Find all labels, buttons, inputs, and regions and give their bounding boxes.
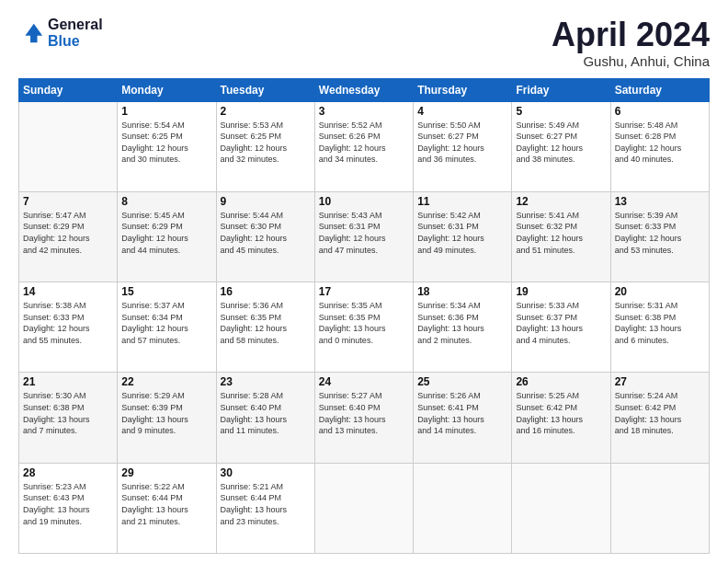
day-info: Sunrise: 5:47 AM Sunset: 6:29 PM Dayligh… <box>23 210 113 256</box>
title-block: April 2024 Gushu, Anhui, China <box>552 17 710 69</box>
day-info: Sunrise: 5:30 AM Sunset: 6:38 PM Dayligh… <box>23 390 113 436</box>
day-info: Sunrise: 5:36 AM Sunset: 6:35 PM Dayligh… <box>221 300 311 346</box>
day-number: 21 <box>23 375 113 388</box>
day-info: Sunrise: 5:23 AM Sunset: 6:43 PM Dayligh… <box>23 481 113 527</box>
calendar-week-5: 28Sunrise: 5:23 AM Sunset: 6:43 PM Dayli… <box>19 463 710 553</box>
day-number: 13 <box>615 195 705 208</box>
day-number: 5 <box>516 105 606 118</box>
calendar-cell: 23Sunrise: 5:28 AM Sunset: 6:40 PM Dayli… <box>216 373 314 463</box>
day-info: Sunrise: 5:39 AM Sunset: 6:33 PM Dayligh… <box>615 210 705 256</box>
day-info: Sunrise: 5:54 AM Sunset: 6:25 PM Dayligh… <box>121 120 211 166</box>
day-info: Sunrise: 5:33 AM Sunset: 6:37 PM Dayligh… <box>516 300 606 346</box>
logo-icon <box>18 20 44 46</box>
day-info: Sunrise: 5:49 AM Sunset: 6:27 PM Dayligh… <box>516 120 606 166</box>
day-number: 10 <box>319 195 409 208</box>
calendar-cell: 7Sunrise: 5:47 AM Sunset: 6:29 PM Daylig… <box>19 191 118 282</box>
calendar-cell: 17Sunrise: 5:35 AM Sunset: 6:35 PM Dayli… <box>314 282 413 373</box>
calendar-cell: 8Sunrise: 5:45 AM Sunset: 6:29 PM Daylig… <box>118 191 216 282</box>
calendar-cell: 28Sunrise: 5:23 AM Sunset: 6:43 PM Dayli… <box>19 463 118 553</box>
day-info: Sunrise: 5:26 AM Sunset: 6:41 PM Dayligh… <box>417 390 507 436</box>
calendar-cell: 16Sunrise: 5:36 AM Sunset: 6:35 PM Dayli… <box>216 282 314 373</box>
day-number: 29 <box>121 466 211 479</box>
calendar-cell: 14Sunrise: 5:38 AM Sunset: 6:33 PM Dayli… <box>19 282 118 373</box>
day-header-sunday: Sunday <box>19 78 118 101</box>
subtitle: Gushu, Anhui, China <box>552 53 710 69</box>
logo: General Blue <box>18 17 103 50</box>
day-info: Sunrise: 5:24 AM Sunset: 6:42 PM Dayligh… <box>615 390 705 436</box>
day-header-thursday: Thursday <box>414 78 512 101</box>
day-info: Sunrise: 5:43 AM Sunset: 6:31 PM Dayligh… <box>319 210 409 256</box>
calendar-week-4: 21Sunrise: 5:30 AM Sunset: 6:38 PM Dayli… <box>19 373 710 463</box>
day-info: Sunrise: 5:28 AM Sunset: 6:40 PM Dayligh… <box>221 390 311 436</box>
day-number: 12 <box>516 195 606 208</box>
calendar-cell: 4Sunrise: 5:50 AM Sunset: 6:27 PM Daylig… <box>414 101 512 191</box>
day-info: Sunrise: 5:53 AM Sunset: 6:25 PM Dayligh… <box>221 120 311 166</box>
day-number: 2 <box>221 105 311 118</box>
calendar-cell: 26Sunrise: 5:25 AM Sunset: 6:42 PM Dayli… <box>512 373 610 463</box>
calendar-week-1: 1Sunrise: 5:54 AM Sunset: 6:25 PM Daylig… <box>19 101 710 191</box>
day-info: Sunrise: 5:44 AM Sunset: 6:30 PM Dayligh… <box>221 210 311 256</box>
day-number: 6 <box>615 105 705 118</box>
logo-text: General Blue <box>48 17 103 50</box>
calendar-cell <box>314 463 413 553</box>
calendar-cell: 1Sunrise: 5:54 AM Sunset: 6:25 PM Daylig… <box>118 101 216 191</box>
calendar-cell: 13Sunrise: 5:39 AM Sunset: 6:33 PM Dayli… <box>610 191 709 282</box>
calendar-cell: 22Sunrise: 5:29 AM Sunset: 6:39 PM Dayli… <box>118 373 216 463</box>
day-info: Sunrise: 5:21 AM Sunset: 6:44 PM Dayligh… <box>221 481 311 527</box>
calendar-cell: 24Sunrise: 5:27 AM Sunset: 6:40 PM Dayli… <box>314 373 413 463</box>
day-number: 24 <box>319 375 409 388</box>
day-number: 3 <box>319 105 409 118</box>
day-number: 18 <box>417 285 507 298</box>
day-number: 8 <box>121 195 211 208</box>
day-info: Sunrise: 5:29 AM Sunset: 6:39 PM Dayligh… <box>121 390 211 436</box>
calendar-week-3: 14Sunrise: 5:38 AM Sunset: 6:33 PM Dayli… <box>19 282 710 373</box>
day-info: Sunrise: 5:42 AM Sunset: 6:31 PM Dayligh… <box>417 210 507 256</box>
day-number: 4 <box>417 105 507 118</box>
day-number: 30 <box>221 466 311 479</box>
day-number: 25 <box>417 375 507 388</box>
calendar-cell: 3Sunrise: 5:52 AM Sunset: 6:26 PM Daylig… <box>314 101 413 191</box>
header: General Blue April 2024 Gushu, Anhui, Ch… <box>18 17 710 69</box>
day-number: 14 <box>23 285 113 298</box>
day-number: 26 <box>516 375 606 388</box>
calendar-header-row: SundayMondayTuesdayWednesdayThursdayFrid… <box>19 78 710 101</box>
calendar-cell <box>610 463 709 553</box>
calendar-cell: 30Sunrise: 5:21 AM Sunset: 6:44 PM Dayli… <box>216 463 314 553</box>
calendar-cell: 18Sunrise: 5:34 AM Sunset: 6:36 PM Dayli… <box>414 282 512 373</box>
day-info: Sunrise: 5:31 AM Sunset: 6:38 PM Dayligh… <box>615 300 705 346</box>
day-number: 20 <box>615 285 705 298</box>
day-number: 16 <box>221 285 311 298</box>
day-number: 15 <box>121 285 211 298</box>
day-info: Sunrise: 5:52 AM Sunset: 6:26 PM Dayligh… <box>319 120 409 166</box>
calendar-cell <box>414 463 512 553</box>
day-number: 22 <box>121 375 211 388</box>
day-number: 9 <box>221 195 311 208</box>
day-number: 11 <box>417 195 507 208</box>
calendar-cell: 2Sunrise: 5:53 AM Sunset: 6:25 PM Daylig… <box>216 101 314 191</box>
day-number: 7 <box>23 195 113 208</box>
calendar-cell: 6Sunrise: 5:48 AM Sunset: 6:28 PM Daylig… <box>610 101 709 191</box>
calendar-cell: 11Sunrise: 5:42 AM Sunset: 6:31 PM Dayli… <box>414 191 512 282</box>
day-info: Sunrise: 5:48 AM Sunset: 6:28 PM Dayligh… <box>615 120 705 166</box>
calendar-cell: 15Sunrise: 5:37 AM Sunset: 6:34 PM Dayli… <box>118 282 216 373</box>
calendar-cell: 27Sunrise: 5:24 AM Sunset: 6:42 PM Dayli… <box>610 373 709 463</box>
day-number: 1 <box>121 105 211 118</box>
calendar-cell: 19Sunrise: 5:33 AM Sunset: 6:37 PM Dayli… <box>512 282 610 373</box>
day-number: 27 <box>615 375 705 388</box>
calendar-cell <box>19 101 118 191</box>
day-info: Sunrise: 5:38 AM Sunset: 6:33 PM Dayligh… <box>23 300 113 346</box>
page: General Blue April 2024 Gushu, Anhui, Ch… <box>0 0 728 563</box>
day-header-monday: Monday <box>118 78 216 101</box>
day-header-friday: Friday <box>512 78 610 101</box>
day-number: 19 <box>516 285 606 298</box>
calendar-cell: 25Sunrise: 5:26 AM Sunset: 6:41 PM Dayli… <box>414 373 512 463</box>
calendar-cell: 21Sunrise: 5:30 AM Sunset: 6:38 PM Dayli… <box>19 373 118 463</box>
month-title: April 2024 <box>552 17 710 53</box>
calendar-week-2: 7Sunrise: 5:47 AM Sunset: 6:29 PM Daylig… <box>19 191 710 282</box>
day-info: Sunrise: 5:41 AM Sunset: 6:32 PM Dayligh… <box>516 210 606 256</box>
day-number: 17 <box>319 285 409 298</box>
calendar-cell: 29Sunrise: 5:22 AM Sunset: 6:44 PM Dayli… <box>118 463 216 553</box>
day-info: Sunrise: 5:45 AM Sunset: 6:29 PM Dayligh… <box>121 210 211 256</box>
day-info: Sunrise: 5:25 AM Sunset: 6:42 PM Dayligh… <box>516 390 606 436</box>
day-info: Sunrise: 5:34 AM Sunset: 6:36 PM Dayligh… <box>417 300 507 346</box>
